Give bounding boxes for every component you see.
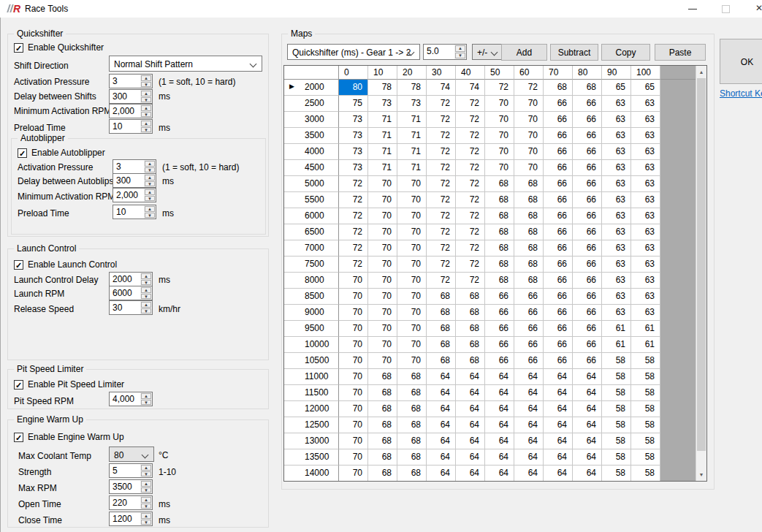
grid-cell[interactable]: 72 bbox=[427, 192, 456, 208]
grid-cell[interactable]: 68 bbox=[427, 353, 456, 369]
grid-cell[interactable]: 63 bbox=[631, 144, 660, 160]
grid-row-header[interactable]: 2500 bbox=[284, 96, 339, 112]
grid-cell[interactable]: 64 bbox=[544, 449, 573, 466]
grid-cell[interactable]: 70 bbox=[514, 160, 544, 176]
grid-column-header[interactable]: 60 bbox=[514, 66, 544, 80]
grid-cell[interactable]: 72 bbox=[427, 208, 456, 224]
grid-row-header[interactable]: 12000 bbox=[284, 401, 339, 417]
lc-rpm-value[interactable]: 6000 bbox=[110, 286, 140, 300]
grid-cell[interactable]: 70 bbox=[339, 401, 368, 417]
grid-cell[interactable]: 64 bbox=[544, 369, 573, 385]
grid-cell[interactable]: 63 bbox=[631, 273, 660, 289]
grid-cell[interactable]: 66 bbox=[573, 337, 602, 353]
grid-cell[interactable]: 68 bbox=[514, 240, 544, 256]
grid-row-header[interactable]: 11000 bbox=[284, 369, 339, 385]
grid-cell[interactable]: 73 bbox=[339, 112, 368, 128]
grid-cell[interactable]: 72 bbox=[427, 273, 456, 289]
grid-cell[interactable]: 65 bbox=[602, 80, 631, 96]
ab-delay-value[interactable]: 300 bbox=[113, 174, 144, 187]
grid-cell[interactable]: 72 bbox=[339, 256, 368, 273]
grid-cell[interactable]: 70 bbox=[339, 466, 368, 481]
enable-pit-speed-checkbox[interactable]: ✓ Enable Pit Speed Limiter bbox=[14, 379, 124, 390]
grid-cell[interactable]: 70 bbox=[368, 353, 397, 369]
lc-delay-input[interactable]: 2000 ▲▼ bbox=[109, 272, 153, 286]
qs-min-rpm-input[interactable]: 2,000 ▲▼ bbox=[109, 104, 153, 118]
spin-up-icon[interactable]: ▲ bbox=[141, 393, 151, 399]
grid-row-header[interactable]: 6500 bbox=[284, 224, 339, 240]
grid-cell[interactable]: 70 bbox=[368, 224, 397, 240]
grid-row-header[interactable]: 9000 bbox=[284, 305, 339, 321]
grid-cell[interactable]: 72 bbox=[427, 176, 456, 192]
grid-cell[interactable]: 66 bbox=[544, 112, 573, 128]
grid-cell[interactable]: 72 bbox=[456, 240, 485, 256]
grid-cell[interactable]: 66 bbox=[544, 256, 573, 273]
grid-cell[interactable]: 66 bbox=[573, 144, 602, 160]
grid-cell[interactable]: 68 bbox=[368, 385, 397, 401]
grid-cell[interactable]: 66 bbox=[544, 337, 573, 353]
grid-cell[interactable]: 68 bbox=[456, 353, 485, 369]
grid-row-header[interactable]: 10000 bbox=[284, 337, 339, 353]
grid-row-header[interactable]: 5000 bbox=[284, 176, 339, 192]
scroll-thumb[interactable] bbox=[697, 78, 706, 451]
spin-down-icon[interactable]: ▼ bbox=[141, 97, 151, 103]
grid-cell[interactable]: 66 bbox=[573, 240, 602, 256]
grid-cell[interactable]: 66 bbox=[573, 224, 602, 240]
spin-down-icon[interactable]: ▼ bbox=[141, 487, 151, 493]
grid-cell[interactable]: 64 bbox=[514, 385, 544, 401]
grid-cell[interactable]: 64 bbox=[427, 385, 456, 401]
ew-max-rpm-input[interactable]: 3500 ▲▼ bbox=[109, 479, 153, 494]
grid-row-header[interactable]: 7000 bbox=[284, 240, 339, 256]
grid-cell[interactable]: 72 bbox=[339, 192, 368, 208]
grid-cell[interactable]: 64 bbox=[485, 401, 514, 417]
grid-cell[interactable]: 64 bbox=[544, 466, 573, 481]
open-time-input[interactable]: 220 ▲▼ bbox=[109, 495, 153, 510]
grid-cell[interactable]: 64 bbox=[514, 433, 544, 449]
lc-rpm-input[interactable]: 6000 ▲▼ bbox=[109, 286, 153, 300]
grid-cell[interactable]: 63 bbox=[602, 273, 631, 289]
grid-cell[interactable]: 63 bbox=[631, 96, 660, 112]
grid-row-header[interactable]: 7500 bbox=[284, 256, 339, 273]
grid-cell[interactable]: 70 bbox=[368, 337, 397, 353]
grid-cell[interactable]: 66 bbox=[573, 321, 602, 337]
grid-cell[interactable]: 72 bbox=[456, 208, 485, 224]
grid-cell[interactable]: 64 bbox=[544, 417, 573, 433]
grid-cell[interactable]: 63 bbox=[602, 240, 631, 256]
grid-cell[interactable]: 63 bbox=[602, 305, 631, 321]
grid-cell[interactable]: 70 bbox=[368, 176, 397, 192]
grid-cell[interactable]: 66 bbox=[485, 321, 514, 337]
grid-cell[interactable]: 68 bbox=[485, 273, 514, 289]
grid-cell[interactable]: 63 bbox=[602, 289, 631, 305]
grid-cell[interactable]: 63 bbox=[602, 256, 631, 273]
grid-cell[interactable]: 72 bbox=[485, 80, 514, 96]
grid-cell[interactable]: 70 bbox=[339, 321, 368, 337]
ab-delay-input[interactable]: 300 ▲▼ bbox=[113, 173, 156, 188]
spin-down-icon[interactable]: ▼ bbox=[141, 280, 151, 286]
ok-button[interactable]: OK bbox=[720, 39, 762, 84]
grid-cell[interactable]: 70 bbox=[397, 240, 427, 256]
grid-cell[interactable]: 63 bbox=[631, 128, 660, 144]
grid-cell[interactable]: 71 bbox=[368, 112, 397, 128]
grid-cell[interactable]: 58 bbox=[631, 385, 660, 401]
grid-cell[interactable]: 68 bbox=[427, 321, 456, 337]
qs-activation-pressure-input[interactable]: 3 ▲▼ bbox=[109, 74, 153, 88]
grid-cell[interactable]: 63 bbox=[631, 176, 660, 192]
grid-cell[interactable]: 64 bbox=[456, 369, 485, 385]
spin-down-icon[interactable]: ▼ bbox=[141, 400, 151, 406]
grid-cell[interactable]: 66 bbox=[573, 208, 602, 224]
enable-launch-control-checkbox[interactable]: ✓ Enable Launch Control bbox=[14, 259, 117, 270]
grid-cell[interactable]: 66 bbox=[544, 321, 573, 337]
spin-up-icon[interactable]: ▲ bbox=[455, 45, 465, 52]
grid-cell[interactable]: 70 bbox=[514, 112, 544, 128]
grid-cell[interactable]: 66 bbox=[544, 305, 573, 321]
grid-cell[interactable]: 58 bbox=[631, 449, 660, 466]
qs-preload-value[interactable]: 10 bbox=[110, 120, 140, 133]
spin-down-icon[interactable]: ▼ bbox=[145, 181, 155, 187]
spin-up-icon[interactable]: ▲ bbox=[141, 481, 151, 487]
grid-cell[interactable]: 66 bbox=[514, 305, 544, 321]
grid-cell[interactable]: 66 bbox=[573, 96, 602, 112]
grid-cell[interactable]: 64 bbox=[456, 433, 485, 449]
grid-cell[interactable]: 66 bbox=[573, 176, 602, 192]
grid-row-header[interactable]: 3500 bbox=[284, 128, 339, 144]
grid-cell[interactable]: 70 bbox=[339, 417, 368, 433]
grid-cell[interactable]: 72 bbox=[427, 128, 456, 144]
